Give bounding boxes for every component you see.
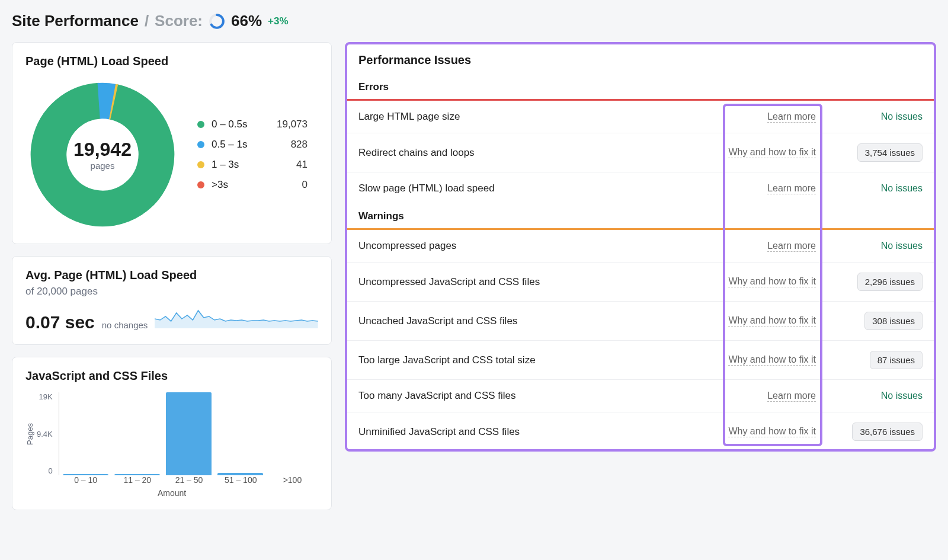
learn-more-link[interactable]: Learn more bbox=[767, 183, 816, 194]
issues-count-pill[interactable]: 308 issues bbox=[864, 312, 923, 330]
legend-label: >3s bbox=[212, 179, 259, 191]
jscss-title: JavaScript and CSS Files bbox=[25, 369, 318, 383]
score-delta: +3% bbox=[268, 15, 289, 27]
learn-more-link[interactable]: Learn more bbox=[767, 391, 816, 402]
legend-dot-icon bbox=[197, 161, 204, 168]
issues-count-pill[interactable]: 36,676 issues bbox=[852, 423, 923, 441]
issues-card: Performance Issues Errors Large HTML pag… bbox=[345, 42, 936, 452]
load-speed-title: Page (HTML) Load Speed bbox=[25, 55, 318, 68]
avg-title: Avg. Page (HTML) Load Speed bbox=[25, 268, 318, 282]
legend-dot-icon bbox=[197, 181, 204, 188]
issue-name: Slow page (HTML) load speed bbox=[358, 183, 755, 194]
issues-count-pill[interactable]: 2,296 issues bbox=[857, 273, 923, 291]
bar bbox=[63, 474, 108, 475]
issue-row: Uncompressed pagesLearn moreNo issues bbox=[345, 230, 936, 263]
learn-more-link[interactable]: Learn more bbox=[767, 241, 816, 252]
bar bbox=[114, 474, 160, 475]
x-tick: 21 – 50 bbox=[163, 475, 214, 485]
legend-row: 0 – 0.5s 19,073 bbox=[197, 119, 308, 130]
issue-name: Uncompressed pages bbox=[358, 240, 755, 252]
issues-count-pill[interactable]: 87 issues bbox=[870, 351, 923, 369]
why-fix-link[interactable]: Why and how to fix it bbox=[728, 147, 816, 158]
x-tick: 51 – 100 bbox=[215, 475, 267, 485]
legend-dot-icon bbox=[197, 141, 204, 148]
issues-title: Performance Issues bbox=[345, 43, 936, 75]
page-header: Site Performance / Score: 66% +3% bbox=[12, 12, 936, 30]
issue-row: Too large JavaScript and CSS total sizeW… bbox=[345, 341, 936, 380]
issue-row: Slow page (HTML) load speedLearn moreNo … bbox=[345, 172, 936, 204]
sparkline-chart bbox=[155, 307, 318, 328]
no-issues-label: No issues bbox=[881, 183, 923, 193]
issue-name: Uncached JavaScript and CSS files bbox=[358, 315, 716, 327]
legend-label: 0.5 – 1s bbox=[212, 139, 259, 151]
x-tick: >100 bbox=[267, 475, 318, 485]
why-fix-link[interactable]: Why and how to fix it bbox=[728, 276, 816, 287]
errors-section-label: Errors bbox=[345, 75, 936, 99]
donut-pages-label: pages bbox=[73, 161, 132, 171]
score-ring-icon bbox=[209, 13, 225, 30]
issue-row: Unminified JavaScript and CSS filesWhy a… bbox=[345, 412, 936, 451]
legend-value: 41 bbox=[266, 159, 308, 171]
legend-row: 1 – 3s 41 bbox=[197, 159, 308, 171]
issue-row: Uncompressed JavaScript and CSS filesWhy… bbox=[345, 263, 936, 302]
legend-row: 0.5 – 1s 828 bbox=[197, 139, 308, 151]
bar bbox=[217, 473, 263, 475]
why-fix-link[interactable]: Why and how to fix it bbox=[728, 426, 816, 437]
legend-value: 0 bbox=[266, 179, 308, 191]
legend-label: 0 – 0.5s bbox=[212, 119, 259, 130]
x-axis: 0 – 10 11 – 20 21 – 50 51 – 100 >100 bbox=[60, 475, 318, 485]
warnings-section-label: Warnings bbox=[345, 204, 936, 228]
legend-row: >3s 0 bbox=[197, 179, 308, 191]
bar-chart bbox=[59, 392, 318, 475]
x-tick: 0 – 10 bbox=[60, 475, 111, 485]
legend-label: 1 – 3s bbox=[212, 159, 259, 171]
why-fix-link[interactable]: Why and how to fix it bbox=[728, 354, 816, 366]
issue-name: Redirect chains and loops bbox=[358, 147, 716, 159]
issue-name: Too many JavaScript and CSS files bbox=[358, 390, 755, 402]
issue-row: Large HTML page sizeLearn moreNo issues bbox=[345, 101, 936, 133]
no-issues-label: No issues bbox=[881, 391, 923, 401]
donut-legend: 0 – 0.5s 19,073 0.5 – 1s 828 1 – 3s 41 bbox=[197, 119, 308, 191]
score-value: 66% bbox=[231, 12, 262, 30]
y-tick: 19K bbox=[39, 392, 53, 401]
jscss-card: JavaScript and CSS Files Pages 19K 9.4K … bbox=[12, 357, 332, 510]
why-fix-link[interactable]: Why and how to fix it bbox=[728, 315, 816, 327]
issue-row: Uncached JavaScript and CSS filesWhy and… bbox=[345, 302, 936, 341]
issue-name: Unminified JavaScript and CSS files bbox=[358, 426, 716, 438]
title-separator: / bbox=[145, 12, 149, 30]
issues-count-pill[interactable]: 3,754 issues bbox=[857, 143, 923, 162]
x-tick: 11 – 20 bbox=[111, 475, 163, 485]
issue-name: Uncompressed JavaScript and CSS files bbox=[358, 276, 716, 288]
avg-change: no changes bbox=[102, 320, 148, 330]
y-axis: 19K 9.4K 0 bbox=[37, 392, 59, 475]
legend-dot-icon bbox=[197, 121, 204, 128]
learn-more-link[interactable]: Learn more bbox=[767, 111, 816, 123]
page-title: Site Performance bbox=[12, 12, 139, 30]
y-tick: 0 bbox=[49, 466, 53, 475]
issue-row: Too many JavaScript and CSS filesLearn m… bbox=[345, 380, 936, 412]
load-speed-card: Page (HTML) Load Speed 19,942 pages bbox=[12, 42, 332, 244]
avg-load-card: Avg. Page (HTML) Load Speed of 20,000 pa… bbox=[12, 256, 332, 345]
score-label: Score: bbox=[155, 12, 203, 30]
donut-chart: 19,942 pages bbox=[25, 78, 180, 232]
legend-value: 19,073 bbox=[266, 119, 308, 130]
bar bbox=[166, 392, 212, 475]
no-issues-label: No issues bbox=[881, 241, 923, 251]
issue-name: Too large JavaScript and CSS total size bbox=[358, 354, 716, 366]
no-issues-label: No issues bbox=[881, 111, 923, 121]
y-axis-label: Pages bbox=[25, 423, 34, 445]
issue-name: Large HTML page size bbox=[358, 111, 755, 123]
avg-subtitle: of 20,000 pages bbox=[25, 286, 318, 297]
donut-total: 19,942 bbox=[73, 139, 132, 161]
y-tick: 9.4K bbox=[37, 430, 53, 439]
issue-row: Redirect chains and loopsWhy and how to … bbox=[345, 133, 936, 172]
avg-value: 0.07 sec bbox=[25, 312, 95, 332]
legend-value: 828 bbox=[266, 139, 308, 151]
x-axis-label: Amount bbox=[25, 488, 318, 498]
